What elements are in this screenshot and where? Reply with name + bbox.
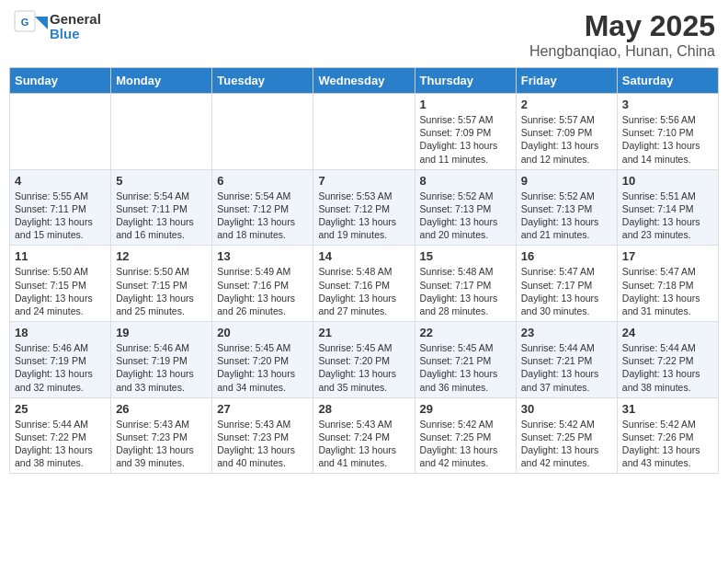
day-info: Sunrise: 5:44 AM Sunset: 7:21 PM Dayligh… xyxy=(521,341,612,394)
calendar-cell: 10Sunrise: 5:51 AM Sunset: 7:14 PM Dayli… xyxy=(617,169,718,246)
calendar-cell: 26Sunrise: 5:43 AM Sunset: 7:23 PM Dayli… xyxy=(111,397,212,474)
day-info: Sunrise: 5:43 AM Sunset: 7:23 PM Dayligh… xyxy=(116,418,207,470)
day-info: Sunrise: 5:52 AM Sunset: 7:13 PM Dayligh… xyxy=(521,190,612,242)
day-info: Sunrise: 5:52 AM Sunset: 7:13 PM Dayligh… xyxy=(420,190,511,242)
calendar-cell: 9Sunrise: 5:52 AM Sunset: 7:13 PM Daylig… xyxy=(516,169,617,246)
day-info: Sunrise: 5:51 AM Sunset: 7:14 PM Dayligh… xyxy=(622,190,713,242)
calendar-week-row: 11Sunrise: 5:50 AM Sunset: 7:15 PM Dayli… xyxy=(10,246,719,322)
day-number: 16 xyxy=(521,249,612,263)
calendar-cell xyxy=(313,94,415,170)
day-number: 10 xyxy=(622,174,713,188)
day-number: 28 xyxy=(318,402,409,416)
page-subtitle: Hengbanqiao, Hunan, China xyxy=(529,43,715,60)
page-title: May 2025 xyxy=(529,9,715,43)
calendar-header-row: SundayMondayTuesdayWednesdayThursdayFrid… xyxy=(10,68,719,94)
calendar-week-row: 25Sunrise: 5:44 AM Sunset: 7:22 PM Dayli… xyxy=(10,397,719,474)
header-saturday: Saturday xyxy=(617,68,718,94)
day-info: Sunrise: 5:45 AM Sunset: 7:20 PM Dayligh… xyxy=(217,341,308,394)
day-info: Sunrise: 5:42 AM Sunset: 7:26 PM Dayligh… xyxy=(622,418,713,470)
calendar-cell: 29Sunrise: 5:42 AM Sunset: 7:25 PM Dayli… xyxy=(415,397,516,474)
calendar-cell: 6Sunrise: 5:54 AM Sunset: 7:12 PM Daylig… xyxy=(212,169,313,246)
day-number: 12 xyxy=(116,249,207,263)
day-number: 29 xyxy=(420,402,511,416)
calendar-cell: 13Sunrise: 5:49 AM Sunset: 7:16 PM Dayli… xyxy=(212,246,313,322)
day-number: 2 xyxy=(521,98,612,111)
day-info: Sunrise: 5:44 AM Sunset: 7:22 PM Dayligh… xyxy=(15,418,106,470)
logo: G General Blue xyxy=(13,9,101,44)
calendar-week-row: 1Sunrise: 5:57 AM Sunset: 7:09 PM Daylig… xyxy=(10,94,719,170)
day-number: 5 xyxy=(116,174,207,188)
day-info: Sunrise: 5:48 AM Sunset: 7:17 PM Dayligh… xyxy=(420,265,511,317)
day-number: 9 xyxy=(521,174,612,188)
day-info: Sunrise: 5:57 AM Sunset: 7:09 PM Dayligh… xyxy=(521,113,612,166)
day-number: 23 xyxy=(521,326,612,339)
day-info: Sunrise: 5:54 AM Sunset: 7:12 PM Dayligh… xyxy=(217,190,308,242)
header-friday: Friday xyxy=(516,68,617,94)
logo-icon: G xyxy=(13,9,48,44)
calendar-cell: 23Sunrise: 5:44 AM Sunset: 7:21 PM Dayli… xyxy=(516,322,617,398)
day-info: Sunrise: 5:55 AM Sunset: 7:11 PM Dayligh… xyxy=(15,190,106,242)
day-info: Sunrise: 5:45 AM Sunset: 7:20 PM Dayligh… xyxy=(318,341,409,394)
day-info: Sunrise: 5:57 AM Sunset: 7:09 PM Dayligh… xyxy=(420,113,511,166)
calendar-cell: 19Sunrise: 5:46 AM Sunset: 7:19 PM Dayli… xyxy=(111,322,212,398)
day-info: Sunrise: 5:47 AM Sunset: 7:18 PM Dayligh… xyxy=(622,265,713,317)
day-number: 30 xyxy=(521,402,612,416)
calendar-cell: 16Sunrise: 5:47 AM Sunset: 7:17 PM Dayli… xyxy=(516,246,617,322)
day-info: Sunrise: 5:43 AM Sunset: 7:24 PM Dayligh… xyxy=(318,418,409,470)
day-number: 25 xyxy=(15,402,106,416)
calendar-cell: 22Sunrise: 5:45 AM Sunset: 7:21 PM Dayli… xyxy=(415,322,516,398)
calendar-cell xyxy=(10,94,111,170)
day-number: 31 xyxy=(622,402,713,416)
day-info: Sunrise: 5:50 AM Sunset: 7:15 PM Dayligh… xyxy=(15,265,106,317)
calendar-cell xyxy=(111,94,212,170)
day-info: Sunrise: 5:45 AM Sunset: 7:21 PM Dayligh… xyxy=(420,341,511,394)
title-section: May 2025 Hengbanqiao, Hunan, China xyxy=(529,9,715,60)
day-number: 22 xyxy=(420,326,511,339)
day-number: 20 xyxy=(217,326,308,339)
calendar-cell: 14Sunrise: 5:48 AM Sunset: 7:16 PM Dayli… xyxy=(313,246,415,322)
calendar-table: SundayMondayTuesdayWednesdayThursdayFrid… xyxy=(9,67,719,474)
day-number: 24 xyxy=(622,326,713,339)
calendar-cell: 12Sunrise: 5:50 AM Sunset: 7:15 PM Dayli… xyxy=(111,246,212,322)
calendar-cell: 8Sunrise: 5:52 AM Sunset: 7:13 PM Daylig… xyxy=(415,169,516,246)
day-info: Sunrise: 5:44 AM Sunset: 7:22 PM Dayligh… xyxy=(622,341,713,394)
calendar-cell: 31Sunrise: 5:42 AM Sunset: 7:26 PM Dayli… xyxy=(617,397,718,474)
logo-general: General xyxy=(50,11,101,27)
calendar-cell: 1Sunrise: 5:57 AM Sunset: 7:09 PM Daylig… xyxy=(415,94,516,170)
header-sunday: Sunday xyxy=(10,68,111,94)
calendar-cell: 25Sunrise: 5:44 AM Sunset: 7:22 PM Dayli… xyxy=(10,397,111,474)
day-info: Sunrise: 5:53 AM Sunset: 7:12 PM Dayligh… xyxy=(318,190,409,242)
day-info: Sunrise: 5:43 AM Sunset: 7:23 PM Dayligh… xyxy=(217,418,308,470)
day-info: Sunrise: 5:54 AM Sunset: 7:11 PM Dayligh… xyxy=(116,190,207,242)
day-number: 8 xyxy=(420,174,511,188)
calendar-week-row: 18Sunrise: 5:46 AM Sunset: 7:19 PM Dayli… xyxy=(10,322,719,398)
svg-text:G: G xyxy=(21,17,29,28)
header-monday: Monday xyxy=(111,68,212,94)
calendar-cell: 15Sunrise: 5:48 AM Sunset: 7:17 PM Dayli… xyxy=(415,246,516,322)
day-number: 4 xyxy=(15,174,106,188)
day-info: Sunrise: 5:47 AM Sunset: 7:17 PM Dayligh… xyxy=(521,265,612,317)
calendar-cell: 5Sunrise: 5:54 AM Sunset: 7:11 PM Daylig… xyxy=(111,169,212,246)
day-number: 14 xyxy=(318,249,409,263)
svg-marker-2 xyxy=(35,17,48,29)
calendar-cell: 27Sunrise: 5:43 AM Sunset: 7:23 PM Dayli… xyxy=(212,397,313,474)
day-number: 13 xyxy=(217,249,308,263)
day-number: 7 xyxy=(318,174,409,188)
calendar-cell xyxy=(212,94,313,170)
day-info: Sunrise: 5:46 AM Sunset: 7:19 PM Dayligh… xyxy=(15,341,106,394)
calendar-cell: 17Sunrise: 5:47 AM Sunset: 7:18 PM Dayli… xyxy=(617,246,718,322)
logo-blue: Blue xyxy=(50,27,101,42)
calendar-cell: 2Sunrise: 5:57 AM Sunset: 7:09 PM Daylig… xyxy=(516,94,617,170)
calendar-cell: 3Sunrise: 5:56 AM Sunset: 7:10 PM Daylig… xyxy=(617,94,718,170)
day-number: 21 xyxy=(318,326,409,339)
day-number: 26 xyxy=(116,402,207,416)
calendar-cell: 24Sunrise: 5:44 AM Sunset: 7:22 PM Dayli… xyxy=(617,322,718,398)
day-info: Sunrise: 5:48 AM Sunset: 7:16 PM Dayligh… xyxy=(318,265,409,317)
calendar-cell: 30Sunrise: 5:42 AM Sunset: 7:25 PM Dayli… xyxy=(516,397,617,474)
day-number: 11 xyxy=(15,249,106,263)
header-wednesday: Wednesday xyxy=(313,68,415,94)
calendar-cell: 18Sunrise: 5:46 AM Sunset: 7:19 PM Dayli… xyxy=(10,322,111,398)
day-info: Sunrise: 5:50 AM Sunset: 7:15 PM Dayligh… xyxy=(116,265,207,317)
day-number: 27 xyxy=(217,402,308,416)
day-number: 17 xyxy=(622,249,713,263)
